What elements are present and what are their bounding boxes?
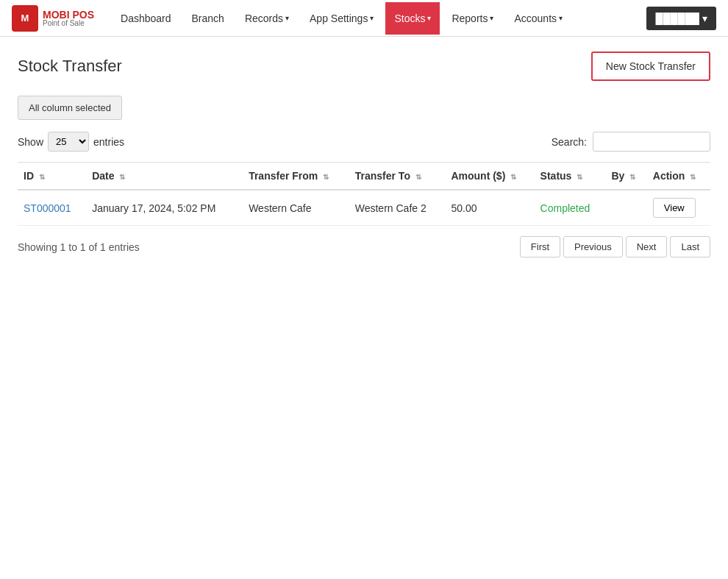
cell-by: [605, 190, 646, 226]
user-caret-icon: ▾: [702, 13, 707, 24]
app-settings-caret-icon: ▾: [370, 14, 374, 22]
showing-text: Showing 1 to 1 of 1 entries: [18, 241, 140, 253]
search-label: Search:: [552, 136, 587, 148]
page-header: Stock Transfer New Stock Transfer: [18, 51, 710, 81]
sort-icon: ⇅: [690, 173, 696, 181]
cell-transfer_to: Western Cafe 2: [349, 190, 446, 226]
user-menu[interactable]: ██████ ▾: [646, 7, 716, 30]
sort-icon: ⇅: [629, 173, 635, 181]
search-area: Search:: [552, 132, 710, 152]
navbar: M MOBI POS Point of Sale DashboardBranch…: [0, 0, 728, 37]
search-input[interactable]: [593, 132, 710, 152]
sort-icon: ⇅: [119, 173, 125, 181]
main-content: Stock Transfer New Stock Transfer All co…: [0, 37, 728, 272]
pagination-next-button[interactable]: Next: [626, 236, 668, 257]
sort-icon: ⇅: [39, 173, 45, 181]
accounts-caret-icon: ▾: [559, 14, 563, 22]
nav-item-records[interactable]: Records▾: [236, 2, 298, 35]
column-select-button[interactable]: All column selected: [18, 96, 122, 120]
new-stock-transfer-button[interactable]: New Stock Transfer: [591, 51, 710, 81]
nav-item-reports[interactable]: Reports▾: [443, 2, 502, 35]
stock-transfer-table: ID ⇅Date ⇅Transfer From ⇅Transfer To ⇅Am…: [18, 162, 710, 226]
col-header-transfer_from[interactable]: Transfer From ⇅: [243, 163, 349, 191]
cell-status: Completed: [535, 190, 606, 226]
logo-icon: M: [12, 5, 38, 32]
pagination-previous-button[interactable]: Previous: [563, 236, 623, 257]
show-label: Show: [18, 136, 43, 148]
view-button[interactable]: View: [653, 198, 696, 218]
cell-id[interactable]: ST000001: [18, 190, 86, 226]
page-title: Stock Transfer: [18, 57, 122, 76]
table-row: ST000001January 17, 2024, 5:02 PMWestern…: [18, 190, 710, 226]
logo-title: MOBI POS: [43, 10, 94, 20]
table-header: ID ⇅Date ⇅Transfer From ⇅Transfer To ⇅Am…: [18, 163, 710, 191]
records-caret-icon: ▾: [285, 14, 289, 22]
nav-item-branch[interactable]: Branch: [183, 2, 233, 35]
nav-item-dashboard[interactable]: Dashboard: [112, 2, 180, 35]
reports-caret-icon: ▾: [490, 14, 493, 22]
entries-label: entries: [93, 136, 124, 148]
col-header-amount[interactable]: Amount ($) ⇅: [445, 163, 534, 191]
nav-links: DashboardBranchRecords▾App Settings▾Stoc…: [112, 2, 646, 35]
col-header-status[interactable]: Status ⇅: [535, 163, 606, 191]
table-body: ST000001January 17, 2024, 5:02 PMWestern…: [18, 190, 710, 226]
pagination-last-button[interactable]: Last: [670, 236, 710, 257]
cell-amount: 50.00: [445, 190, 534, 226]
nav-item-stocks[interactable]: Stocks▾: [385, 2, 440, 35]
stocks-caret-icon: ▾: [427, 14, 431, 22]
entries-select[interactable]: 102550100: [48, 132, 89, 152]
stock-id-link[interactable]: ST000001: [24, 202, 71, 214]
col-header-date[interactable]: Date ⇅: [86, 163, 243, 191]
col-header-action[interactable]: Action ⇅: [647, 163, 710, 191]
table-controls: Show 102550100 entries Search:: [18, 132, 710, 152]
nav-item-accounts[interactable]: Accounts▾: [505, 2, 571, 35]
col-header-id[interactable]: ID ⇅: [18, 163, 86, 191]
pagination-first-button[interactable]: First: [520, 236, 560, 257]
pagination: FirstPreviousNextLast: [520, 236, 710, 257]
sort-icon: ⇅: [510, 173, 516, 181]
table-footer: Showing 1 to 1 of 1 entries FirstPreviou…: [18, 236, 710, 257]
sort-icon: ⇅: [415, 173, 421, 181]
col-header-by[interactable]: By ⇅: [605, 163, 646, 191]
col-header-transfer_to[interactable]: Transfer To ⇅: [349, 163, 446, 191]
sort-icon: ⇅: [323, 173, 329, 181]
cell-date: January 17, 2024, 5:02 PM: [86, 190, 243, 226]
logo-subtitle: Point of Sale: [43, 20, 94, 27]
status-badge: Completed: [540, 202, 590, 214]
sort-icon: ⇅: [577, 173, 582, 181]
cell-action[interactable]: View: [647, 190, 710, 226]
cell-transfer_from: Western Cafe: [243, 190, 349, 226]
user-label: ██████: [655, 13, 699, 24]
show-entries-control: Show 102550100 entries: [18, 132, 124, 152]
nav-item-app-settings[interactable]: App Settings▾: [301, 2, 382, 35]
logo[interactable]: M MOBI POS Point of Sale: [12, 5, 94, 32]
